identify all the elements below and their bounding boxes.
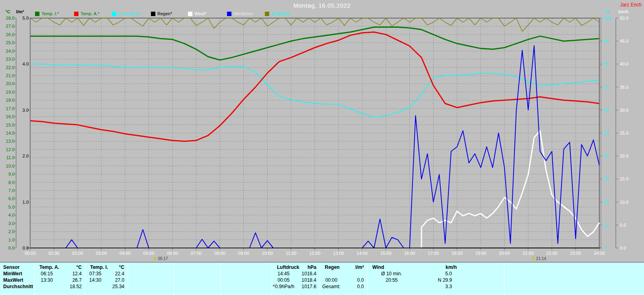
col-name: Temp. A.: [35, 264, 59, 270]
table-row: 20:55N 29.9: [367, 277, 504, 283]
temp-label: 15.0: [6, 123, 14, 127]
rain-label: 4.0: [23, 62, 29, 66]
cell-time: [35, 283, 59, 290]
pct-label: 40: [604, 154, 609, 158]
pct-label: 20: [604, 200, 609, 204]
x-axis-label: 04:00: [120, 251, 131, 256]
temp-label: 17.0: [6, 106, 14, 111]
table-row: Gesamt:0.0: [320, 283, 367, 290]
temp-label: 0.0: [8, 246, 14, 250]
col-unit: l/m²: [343, 264, 367, 270]
pct-label: 100: [604, 16, 611, 20]
series-empfang: [30, 18, 599, 31]
weather-station-screen: { "header": { "title": "Montag, 16.05.20…: [0, 0, 644, 295]
pct-label: 80: [604, 62, 609, 66]
temp-label: 25.0: [6, 41, 14, 45]
cell-time: ^0.9hPa/h: [272, 283, 295, 290]
col-name: Wind: [367, 264, 421, 270]
kmh-label: 0.0: [620, 246, 626, 250]
cell-value: [343, 270, 367, 277]
chart-plot-area: [0, 0, 644, 262]
temp-label: 22.0: [6, 65, 14, 70]
table-row: 07:3522.4: [85, 270, 128, 277]
cell-time: 14:30: [85, 277, 105, 283]
cell-time: 13:30: [35, 277, 59, 283]
kmh-label: 25.0: [620, 131, 628, 135]
row-header: MaxWert: [0, 277, 34, 283]
temp-label: 14.0: [6, 131, 14, 135]
cell-value: 1017.6: [295, 283, 320, 290]
x-axis-label: 11:00: [286, 251, 297, 256]
temp-label: 6.0: [8, 197, 14, 201]
temp-label: 4.0: [8, 213, 14, 217]
stats-table: SensorMinWertMaxWertDurchschnittTemp. A.…: [0, 262, 644, 295]
x-axis-label: 22:00: [546, 251, 557, 256]
cell-time: Gesamt:: [320, 283, 343, 290]
temp-label: 24.0: [6, 49, 14, 53]
table-row: 00:000.0: [320, 277, 367, 283]
pct-label: 60: [604, 108, 609, 112]
kmh-label: 10.0: [620, 200, 628, 204]
cell-value: 5.0: [416, 270, 455, 277]
rain-label: 1.0: [23, 200, 29, 204]
cell-time: 06:15: [35, 270, 59, 277]
x-axis-label: 05:00: [143, 251, 155, 256]
table-col-empty: [128, 262, 174, 295]
temp-label: 27.0: [6, 24, 14, 29]
pct-label: 10: [604, 223, 609, 227]
temp-label: 10.0: [6, 164, 14, 168]
table-col-empty: [221, 262, 272, 295]
x-axis-label: 13:00: [333, 251, 344, 256]
col-name: Luftdruck: [272, 264, 299, 270]
temp-label: 23.0: [6, 57, 14, 61]
x-axis-label: 03:00: [96, 251, 107, 256]
cell-value: 25.34: [105, 283, 128, 290]
cell-time: Ø 10 min.: [367, 270, 416, 277]
table-col-empty: [174, 262, 221, 295]
cell-value: 0.0: [343, 283, 367, 290]
cell-value: 0.0: [343, 277, 367, 283]
sunset-marker: ☀21:14: [531, 256, 546, 261]
kmh-label: 15.0: [620, 177, 628, 181]
sun-icon: ☀: [153, 256, 157, 261]
table-row: Windkm/h: [367, 264, 504, 270]
table-col-empty: [504, 262, 644, 295]
cell-value: 27.0: [105, 277, 128, 283]
temp-label: 11.0: [6, 156, 14, 160]
table-row: 00:051018.4: [272, 277, 320, 283]
x-axis-label: 23:00: [570, 251, 581, 256]
temp-label: 21.0: [6, 74, 14, 78]
x-axis-label: 07:00: [191, 251, 202, 256]
cell-time: 14:45: [272, 270, 295, 277]
table-col-wind: Windkm/hØ 10 min.5.020:55N 29.93.3: [367, 262, 504, 295]
temp-label: 28.0: [6, 16, 14, 20]
cell-value: 3.3: [416, 283, 455, 290]
col-name: Temp. I.: [85, 264, 108, 270]
x-axis-label: 10:00: [262, 251, 273, 256]
row-header: MinWert: [0, 270, 34, 277]
x-axis-label: 16:00: [404, 251, 415, 256]
cell-time: [320, 270, 343, 277]
table-row: 06:1512.4: [35, 270, 85, 277]
temp-label: 20.0: [6, 82, 14, 86]
table-col-regen: Regenl/m²00:000.0Gesamt:0.0: [320, 262, 367, 295]
cell-time: 20:55: [367, 277, 416, 283]
sunset-marker-time: 21:14: [536, 256, 546, 261]
table-row: 3.3: [367, 283, 504, 290]
cell-time: 00:05: [272, 277, 295, 283]
rain-label: 5.0: [23, 16, 29, 20]
x-axis-label: 24:00: [594, 251, 605, 256]
temp-label: 7.0: [8, 188, 14, 193]
kmh-label: 5.0: [620, 223, 626, 227]
cell-value: 1016.4: [295, 270, 320, 277]
table-row: [320, 270, 367, 277]
kmh-label: 35.0: [620, 85, 628, 89]
cell-value: 22.4: [105, 270, 128, 277]
x-axis-label: 17:00: [428, 251, 439, 256]
cell-value: 26.7: [59, 277, 85, 283]
pct-label: 30: [604, 177, 609, 181]
temp-label: 26.0: [6, 32, 14, 37]
col-unit: hPa: [299, 264, 320, 270]
rain-label: 0.0: [23, 246, 29, 250]
pct-label: 90: [604, 39, 609, 43]
